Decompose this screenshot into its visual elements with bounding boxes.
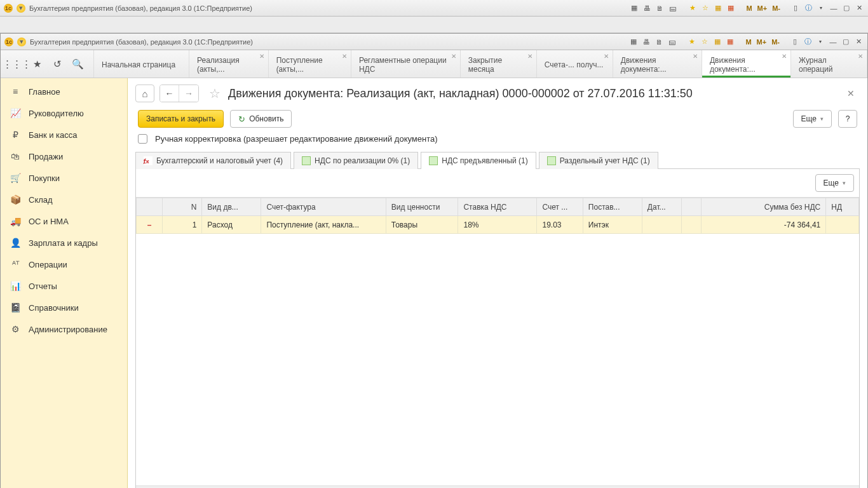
minimize-button[interactable]: — — [829, 3, 839, 13]
calc-icon[interactable]: ▦ — [712, 37, 722, 47]
column-header[interactable]: Ставка НДС — [458, 198, 537, 216]
top-tab[interactable]: Регламентные операции НДС✕ — [351, 50, 461, 78]
table-row[interactable]: –1РасходПоступление (акт, накла...Товары… — [137, 216, 859, 234]
sidebar-item[interactable]: ₽Банк и касса — [1, 124, 127, 146]
home-button[interactable]: ⌂ — [135, 85, 154, 102]
favorite-icon[interactable]: ★ — [31, 58, 43, 70]
top-tab[interactable]: Движения документа:...✕ — [613, 50, 702, 78]
column-header[interactable]: Сумма без НДС — [701, 198, 825, 216]
info-icon[interactable]: ⓘ — [803, 37, 813, 47]
column-header[interactable]: Счет ... — [537, 198, 583, 216]
top-tab[interactable]: Закрытие месяца✕ — [461, 50, 537, 78]
toolbar-icon-1[interactable]: ▦ — [629, 3, 639, 13]
toolbar-icon-2[interactable]: 🖶 — [641, 37, 651, 47]
apps-icon[interactable]: ⋮⋮⋮ — [11, 58, 22, 70]
tab-close-icon[interactable]: ✕ — [451, 53, 456, 60]
calendar-icon[interactable]: ▦ — [725, 37, 735, 47]
sidebar-item[interactable]: 📈Руководителю — [1, 102, 127, 124]
column-header[interactable] — [137, 198, 163, 216]
forward-button[interactable]: → — [179, 85, 198, 102]
maximize-button[interactable]: ▢ — [841, 37, 851, 47]
history-icon[interactable]: ↺ — [51, 58, 63, 70]
top-tab[interactable]: Начальная страница — [94, 50, 189, 78]
tab-close-icon[interactable]: ✕ — [693, 53, 698, 60]
calc-icon[interactable]: ▦ — [713, 3, 723, 13]
calendar-icon[interactable]: ▦ — [726, 3, 736, 13]
m-button[interactable]: M — [745, 4, 753, 12]
tab-close-icon[interactable]: ✕ — [604, 53, 609, 60]
sidebar-item[interactable]: ≡Главное — [1, 81, 127, 102]
subtab[interactable]: Бухгалтерский и налоговый учет (4) — [135, 152, 291, 169]
info-dropdown-icon[interactable]: ▾ — [815, 37, 825, 47]
column-header[interactable] — [681, 198, 701, 216]
info-dropdown-icon[interactable]: ▾ — [816, 3, 826, 13]
sidebar-item[interactable]: 🚚ОС и НМА — [1, 210, 127, 232]
favorite-star-icon[interactable]: ☆ — [209, 86, 220, 101]
top-tab[interactable]: Журнал операций✕ — [791, 50, 867, 78]
toolbar-icon-3[interactable]: 🗎 — [654, 3, 665, 13]
more-button[interactable]: Еще — [793, 110, 832, 128]
dropdown-icon[interactable]: ▾ — [17, 37, 26, 46]
top-tab[interactable]: Реализация (акты,...✕ — [189, 50, 269, 78]
top-tab[interactable]: Движения документа:...✕ — [702, 50, 791, 78]
info-icon[interactable]: ⓘ — [803, 3, 813, 13]
data-grid[interactable]: NВид дв...Счет-фактураВид ценностиСтавка… — [136, 197, 859, 485]
sidebar-item[interactable]: 👤Зарплата и кадры — [1, 232, 127, 254]
m-plus-button[interactable]: M+ — [756, 4, 769, 12]
top-tab[interactable]: Счета-... получ...✕ — [537, 50, 613, 78]
sidebar-item[interactable]: 🛒Покупки — [1, 167, 127, 189]
refresh-button[interactable]: Обновить — [230, 110, 292, 128]
top-tab[interactable]: Поступление (акты,...✕ — [269, 50, 351, 78]
m-plus-button[interactable]: M+ — [756, 38, 768, 46]
sidebar-item[interactable]: 🛍Продажи — [1, 146, 127, 167]
star-outline-icon[interactable]: ☆ — [700, 3, 710, 13]
column-header[interactable]: N — [163, 198, 202, 216]
subtab[interactable]: НДС предъявленный (1) — [421, 152, 536, 169]
toolbar-icon-3[interactable]: 🗎 — [654, 37, 664, 47]
maximize-button[interactable]: ▢ — [841, 3, 851, 13]
save-close-button[interactable]: Записать и закрыть — [138, 110, 224, 128]
grid-more-button[interactable]: Еще — [815, 174, 854, 192]
panel-icon[interactable]: ▯ — [790, 3, 801, 13]
column-header[interactable]: Дат... — [642, 198, 681, 216]
sidebar-item[interactable]: 📦Склад — [1, 189, 127, 210]
document-close-button[interactable]: ✕ — [844, 86, 857, 101]
toolbar-icon-4[interactable]: 🖴 — [667, 37, 677, 47]
sidebar-item[interactable]: 📊Отчеты — [1, 275, 127, 297]
back-button[interactable]: ← — [160, 85, 179, 102]
column-header[interactable]: Счет-фактура — [261, 198, 386, 216]
column-header[interactable]: НД — [826, 198, 859, 216]
subtab[interactable]: Раздельный учет НДС (1) — [539, 152, 658, 169]
horizontal-scrollbar[interactable]: ◂ ▸ — [136, 485, 859, 488]
search-icon[interactable]: 🔍 — [72, 58, 83, 70]
close-button[interactable]: ✕ — [853, 37, 864, 47]
sidebar-icon: ᴬᵀ — [10, 259, 21, 269]
m-minus-button[interactable]: M- — [770, 38, 781, 46]
star-icon[interactable]: ★ — [687, 37, 697, 47]
sidebar-item[interactable]: 📓Справочники — [1, 297, 127, 318]
column-header[interactable]: Вид ценности — [386, 198, 458, 216]
subtab[interactable]: НДС по реализации 0% (1) — [294, 152, 418, 169]
manual-correction-checkbox[interactable] — [138, 134, 147, 144]
m-minus-button[interactable]: M- — [771, 4, 782, 12]
tab-close-icon[interactable]: ✕ — [782, 53, 787, 60]
sidebar-item[interactable]: ⚙Администрирование — [1, 318, 127, 340]
column-header[interactable]: Постав... — [583, 198, 642, 216]
column-header[interactable]: Вид дв... — [202, 198, 261, 216]
star-outline-icon[interactable]: ☆ — [700, 37, 710, 47]
star-icon[interactable]: ★ — [688, 3, 698, 13]
toolbar-icon-4[interactable]: 🖴 — [667, 3, 677, 13]
tab-close-icon[interactable]: ✕ — [527, 53, 532, 60]
sidebar-item[interactable]: ᴬᵀОперации — [1, 254, 127, 275]
tab-close-icon[interactable]: ✕ — [342, 53, 347, 60]
help-button[interactable]: ? — [838, 110, 857, 128]
minimize-button[interactable]: — — [828, 37, 838, 47]
panel-icon[interactable]: ▯ — [790, 37, 800, 47]
tab-close-icon[interactable]: ✕ — [259, 53, 264, 60]
tab-close-icon[interactable]: ✕ — [858, 53, 863, 60]
m-button[interactable]: M — [744, 38, 752, 46]
toolbar-icon-1[interactable]: ▦ — [628, 37, 639, 47]
close-button[interactable]: ✕ — [854, 3, 864, 13]
dropdown-icon[interactable]: ▾ — [17, 4, 25, 13]
toolbar-icon-2[interactable]: 🖶 — [642, 3, 652, 13]
